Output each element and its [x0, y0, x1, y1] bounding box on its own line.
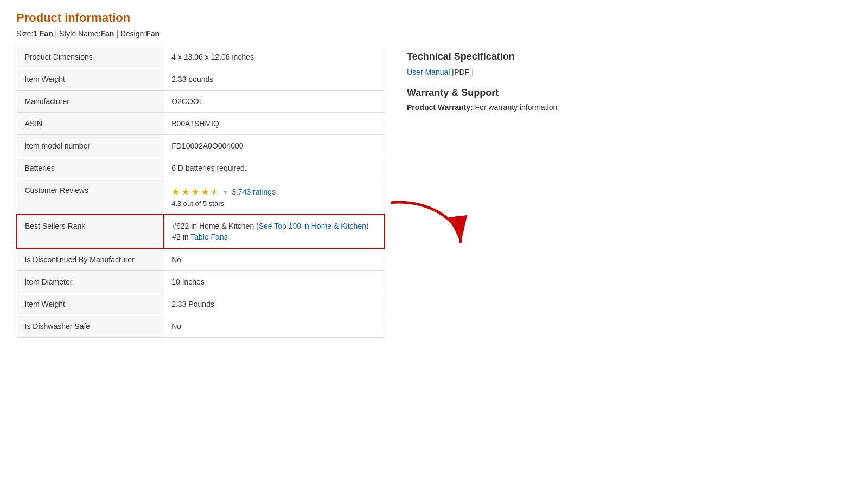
row-value: No — [164, 248, 385, 271]
user-manual-link[interactable]: User Manual — [407, 68, 450, 76]
user-manual-suffix: [PDF ] — [450, 68, 474, 76]
row-label: ASIN — [17, 113, 164, 135]
row-value: 2.33 pounds — [164, 68, 385, 91]
review-out-of: 4.3 out of 5 stars — [171, 199, 376, 208]
star-2: ★ — [181, 186, 190, 198]
row-value: No — [164, 315, 385, 338]
user-manual-row: User Manual [PDF ] — [407, 68, 570, 76]
product-table-section: Product Dimensions 4 x 13.06 x 12.06 inc… — [16, 46, 385, 338]
table-row: Item Diameter 10 Inches — [17, 271, 385, 293]
style-label: Style Name:Fan — [59, 29, 114, 38]
main-layout: Product Dimensions 4 x 13.06 x 12.06 inc… — [16, 46, 852, 338]
table-row: Item model number FD10002A0O004000 — [17, 135, 385, 157]
table-row: Product Dimensions 4 x 13.06 x 12.06 inc… — [17, 46, 385, 68]
warranty-title: Warranty & Support — [407, 87, 570, 99]
bsr-rank2: #2 in Table Fans — [172, 233, 376, 241]
star-rating: ★ ★ ★ ★ ★ ★ — [171, 186, 219, 198]
warranty-description: For warranty information — [473, 103, 558, 112]
row-value: 2.33 Pounds — [164, 293, 385, 315]
row-value: 4 x 13.06 x 12.06 inches — [164, 46, 385, 68]
row-value: O2COOL — [164, 91, 385, 113]
star-1: ★ — [171, 186, 180, 198]
row-label: Product Dimensions — [17, 46, 164, 68]
row-label: Batteries — [17, 157, 164, 179]
size-info-bar: Size:1 Fan | Style Name:Fan | Design:Fan — [16, 29, 852, 38]
table-row: Is Discontinued By Manufacturer No — [17, 248, 385, 271]
row-value: 10 Inches — [164, 271, 385, 293]
warranty-text: Product Warranty: For warranty informati… — [407, 103, 570, 112]
table-row: Item Weight 2.33 pounds — [17, 68, 385, 91]
row-label: Item model number — [17, 135, 164, 157]
page-title: Product information — [16, 11, 852, 25]
row-label: Item Diameter — [17, 271, 164, 293]
size-label: Size:1 Fan — [16, 29, 53, 38]
review-info: ★ ★ ★ ★ ★ ★ ▾ 3,743 — [171, 186, 376, 198]
product-information-section: Product information Size:1 Fan | Style N… — [16, 11, 852, 338]
table-row: Item Weight 2.33 Pounds — [17, 293, 385, 315]
review-count-link[interactable]: 3,743 ratings — [232, 188, 276, 196]
product-info-table: Product Dimensions 4 x 13.06 x 12.06 inc… — [16, 46, 385, 338]
tech-spec-section: Technical Specification User Manual [PDF… — [407, 51, 570, 76]
bsr-rank1: #622 in Home & Kitchen (See Top 100 in H… — [172, 222, 376, 230]
star-half: ★ ★ — [210, 186, 219, 198]
tech-spec-title: Technical Specification — [407, 51, 570, 62]
bsr-rank2-prefix: #2 in — [172, 233, 190, 241]
table-row-customer-reviews: Customer Reviews ★ ★ ★ ★ ★ — [17, 179, 385, 215]
table-row: Batteries 6 D batteries required. — [17, 157, 385, 179]
table-row: Manufacturer O2COOL — [17, 91, 385, 113]
row-label-bsr: Best Sellers Rank — [17, 215, 164, 248]
bsr-rank1-prefix: #622 in Home & Kitchen ( — [172, 222, 259, 230]
row-label: Item Weight — [17, 68, 164, 91]
bsr-rank2-link[interactable]: Table Fans — [190, 233, 227, 241]
star-3: ★ — [191, 186, 200, 198]
table-row: Is Dishwasher Safe No — [17, 315, 385, 338]
star-4: ★ — [201, 186, 209, 198]
row-label: Customer Reviews — [17, 179, 164, 215]
bsr-rank1-link[interactable]: See Top 100 in Home & Kitchen — [259, 222, 366, 230]
row-label: Is Dishwasher Safe — [17, 315, 164, 338]
warranty-section: Warranty & Support Product Warranty: For… — [407, 87, 570, 112]
chevron-down-icon[interactable]: ▾ — [224, 188, 227, 196]
row-value: FD10002A0O004000 — [164, 135, 385, 157]
warranty-bold-label: Product Warranty: — [407, 103, 473, 112]
row-value: 6 D batteries required. — [164, 157, 385, 179]
row-value-bsr: #622 in Home & Kitchen (See Top 100 in H… — [164, 215, 385, 248]
row-label: Manufacturer — [17, 91, 164, 113]
right-panel: Technical Specification User Manual [PDF… — [407, 46, 570, 338]
row-label: Is Discontinued By Manufacturer — [17, 248, 164, 271]
row-value: B00ATSHMIQ — [164, 113, 385, 135]
table-row-bsr: Best Sellers Rank #622 in Home & Kitchen… — [17, 215, 385, 248]
design-label: Design:Fan — [120, 29, 159, 38]
row-label: Item Weight — [17, 293, 164, 315]
table-row: ASIN B00ATSHMIQ — [17, 113, 385, 135]
row-value-reviews: ★ ★ ★ ★ ★ ★ ▾ 3,743 — [164, 179, 385, 215]
